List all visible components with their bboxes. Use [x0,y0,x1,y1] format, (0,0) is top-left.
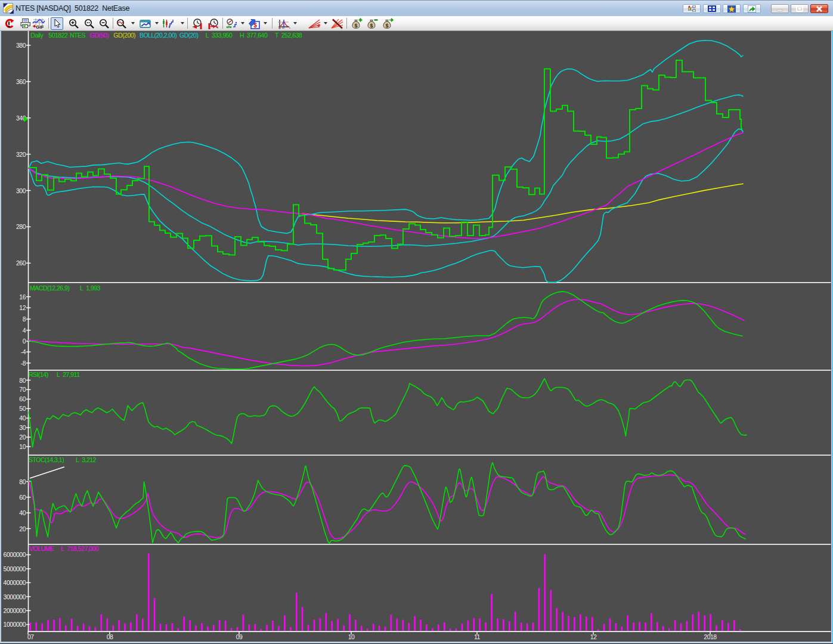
svg-text:320: 320 [16,151,26,158]
svg-text:80: 80 [19,478,26,485]
svg-text:H 377,640: H 377,640 [240,32,268,39]
svg-text:T 252,638: T 252,638 [275,32,302,39]
svg-text:10: 10 [19,443,26,450]
svg-text:-8: -8 [21,360,26,367]
svg-text:3000000: 3000000 [4,593,26,600]
svg-text:40: 40 [19,414,26,422]
svg-text:$: $ [370,23,373,29]
svg-text:16: 16 [19,293,26,301]
svg-text:6000000: 6000000 [4,551,26,558]
svg-text:-4: -4 [21,348,26,355]
svg-text:VOLUME: VOLUME [29,545,54,552]
svg-text:STOC(14,3,1): STOC(14,3,1) [29,456,64,463]
svg-text:501822: 501822 [48,32,68,39]
svg-text:280: 280 [16,223,26,230]
svg-text:MACD(12,26,9): MACD(12,26,9) [30,284,69,292]
svg-text:8: 8 [23,315,26,323]
svg-text:1000000: 1000000 [4,621,26,628]
svg-text:30: 30 [19,424,26,431]
svg-text:07: 07 [27,633,34,640]
svg-text:L 718,527,000: L 718,527,000 [61,545,99,552]
svg-text:260: 260 [16,259,26,267]
svg-text:GD(200): GD(200) [113,32,135,39]
svg-text:12: 12 [19,304,26,311]
svg-text:20: 20 [19,434,26,441]
svg-text:360: 360 [16,78,26,85]
svg-text:L 27,911: L 27,911 [57,371,80,378]
svg-text:60: 60 [19,395,26,402]
svg-text:12: 12 [590,633,597,640]
svg-text:380: 380 [16,42,26,49]
svg-text:4000000: 4000000 [4,579,26,586]
svg-text:20: 20 [19,525,26,532]
svg-text:11: 11 [474,633,481,640]
svg-text:Daily: Daily [30,32,44,39]
svg-text:5000000: 5000000 [4,565,26,572]
svg-text:GIF: GIF [36,24,44,29]
svg-text:4: 4 [23,327,26,334]
svg-text:GD(20): GD(20) [179,32,198,39]
svg-text:L 333,950: L 333,950 [206,32,233,39]
svg-text:L 3,212: L 3,212 [76,456,97,463]
svg-text:0: 0 [23,338,26,345]
svg-text:GD(50): GD(50) [90,32,109,39]
svg-text:NTES: NTES [70,32,86,39]
svg-text:L 1,993: L 1,993 [80,284,101,292]
svg-text:2018: 2018 [704,633,717,640]
svg-text:40: 40 [19,509,26,516]
svg-text:80: 80 [19,377,26,384]
svg-text:08: 08 [107,633,113,640]
svg-text:70: 70 [19,386,26,393]
svg-text:2000000: 2000000 [4,607,26,614]
svg-text:RSI(14): RSI(14) [29,371,48,378]
svg-text:60: 60 [19,494,26,501]
svg-text:50: 50 [19,405,26,412]
svg-text:$: $ [385,23,388,29]
svg-text:BOLL(20,2,00): BOLL(20,2,00) [140,32,176,39]
svg-text:300: 300 [16,187,26,194]
svg-text:$: $ [354,23,357,29]
svg-text:09: 09 [236,633,243,640]
svg-text:10: 10 [348,633,355,640]
